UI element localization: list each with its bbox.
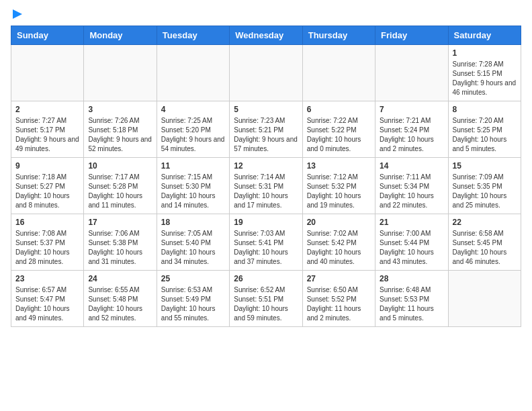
day-info: Sunrise: 7:14 AM Sunset: 5:31 PM Dayligh…: [234, 173, 298, 210]
calendar-day-cell: 23Sunrise: 6:57 AM Sunset: 5:47 PM Dayli…: [11, 271, 84, 327]
day-info: Sunrise: 7:27 AM Sunset: 5:17 PM Dayligh…: [15, 116, 79, 154]
day-number: 28: [380, 274, 443, 283]
calendar-week-row: 23Sunrise: 6:57 AM Sunset: 5:47 PM Dayli…: [11, 271, 521, 327]
day-info: Sunrise: 6:53 AM Sunset: 5:49 PM Dayligh…: [161, 285, 225, 323]
calendar-day-cell: 2Sunrise: 7:27 AM Sunset: 5:17 PM Daylig…: [11, 101, 84, 158]
calendar-day-cell: 1Sunrise: 7:28 AM Sunset: 5:15 PM Daylig…: [448, 45, 521, 101]
day-number: 26: [234, 274, 298, 283]
day-info: Sunrise: 7:28 AM Sunset: 5:15 PM Dayligh…: [453, 60, 517, 97]
calendar-day-cell: 25Sunrise: 6:53 AM Sunset: 5:49 PM Dayli…: [157, 271, 229, 327]
calendar-day-cell: 14Sunrise: 7:11 AM Sunset: 5:34 PM Dayli…: [375, 158, 448, 214]
weekday-header-saturday: Saturday: [448, 26, 521, 45]
calendar-day-cell: [375, 45, 448, 101]
calendar-day-cell: 7Sunrise: 7:21 AM Sunset: 5:24 PM Daylig…: [375, 101, 448, 158]
day-info: Sunrise: 7:25 AM Sunset: 5:20 PM Dayligh…: [161, 116, 225, 154]
calendar-day-cell: 3Sunrise: 7:26 AM Sunset: 5:18 PM Daylig…: [84, 101, 157, 158]
day-number: 14: [380, 161, 443, 171]
day-info: Sunrise: 7:05 AM Sunset: 5:40 PM Dayligh…: [161, 229, 225, 267]
day-info: Sunrise: 7:21 AM Sunset: 5:24 PM Dayligh…: [380, 116, 443, 154]
day-info: Sunrise: 7:18 AM Sunset: 5:27 PM Dayligh…: [15, 173, 79, 210]
day-number: 15: [453, 161, 517, 171]
day-info: Sunrise: 6:50 AM Sunset: 5:52 PM Dayligh…: [307, 285, 371, 323]
logo-arrow-icon: [11, 8, 24, 20]
day-number: 10: [88, 161, 152, 171]
day-info: Sunrise: 7:11 AM Sunset: 5:34 PM Dayligh…: [380, 173, 443, 210]
day-number: 23: [15, 274, 79, 283]
day-number: 25: [161, 274, 225, 283]
logo: [11, 11, 24, 17]
calendar-day-cell: 10Sunrise: 7:17 AM Sunset: 5:28 PM Dayli…: [84, 158, 157, 214]
day-info: Sunrise: 7:17 AM Sunset: 5:28 PM Dayligh…: [88, 173, 152, 210]
day-info: Sunrise: 7:12 AM Sunset: 5:32 PM Dayligh…: [307, 173, 371, 210]
page-header: [11, 11, 521, 17]
day-info: Sunrise: 7:26 AM Sunset: 5:18 PM Dayligh…: [88, 116, 152, 154]
day-number: 7: [380, 105, 443, 114]
day-number: 8: [453, 105, 517, 114]
day-info: Sunrise: 7:08 AM Sunset: 5:37 PM Dayligh…: [15, 229, 79, 267]
calendar-day-cell: 15Sunrise: 7:09 AM Sunset: 5:35 PM Dayli…: [448, 158, 521, 214]
calendar-header-row: SundayMondayTuesdayWednesdayThursdayFrid…: [11, 26, 521, 45]
calendar-day-cell: [230, 45, 302, 101]
calendar-day-cell: 19Sunrise: 7:03 AM Sunset: 5:41 PM Dayli…: [230, 214, 302, 271]
day-info: Sunrise: 7:22 AM Sunset: 5:22 PM Dayligh…: [307, 116, 371, 154]
calendar-day-cell: 13Sunrise: 7:12 AM Sunset: 5:32 PM Dayli…: [302, 158, 375, 214]
day-info: Sunrise: 7:20 AM Sunset: 5:25 PM Dayligh…: [453, 116, 517, 154]
day-number: 27: [307, 274, 371, 283]
day-info: Sunrise: 6:55 AM Sunset: 5:48 PM Dayligh…: [88, 285, 152, 323]
day-number: 24: [88, 274, 152, 283]
day-number: 12: [234, 161, 298, 171]
day-info: Sunrise: 7:03 AM Sunset: 5:41 PM Dayligh…: [234, 229, 298, 267]
day-number: 21: [380, 218, 443, 227]
day-number: 13: [307, 161, 371, 171]
calendar-day-cell: 21Sunrise: 7:00 AM Sunset: 5:44 PM Dayli…: [375, 214, 448, 271]
calendar-day-cell: 8Sunrise: 7:20 AM Sunset: 5:25 PM Daylig…: [448, 101, 521, 158]
day-info: Sunrise: 6:52 AM Sunset: 5:51 PM Dayligh…: [234, 285, 298, 323]
day-info: Sunrise: 7:00 AM Sunset: 5:44 PM Dayligh…: [380, 229, 443, 267]
calendar-day-cell: [84, 45, 157, 101]
calendar-day-cell: 22Sunrise: 6:58 AM Sunset: 5:45 PM Dayli…: [448, 214, 521, 271]
weekday-header-thursday: Thursday: [302, 26, 375, 45]
calendar-day-cell: 5Sunrise: 7:23 AM Sunset: 5:21 PM Daylig…: [230, 101, 302, 158]
day-number: 5: [234, 105, 298, 114]
calendar-day-cell: [11, 45, 84, 101]
calendar-day-cell: 24Sunrise: 6:55 AM Sunset: 5:48 PM Dayli…: [84, 271, 157, 327]
day-number: 1: [453, 48, 517, 58]
calendar-week-row: 2Sunrise: 7:27 AM Sunset: 5:17 PM Daylig…: [11, 101, 521, 158]
day-info: Sunrise: 7:02 AM Sunset: 5:42 PM Dayligh…: [307, 229, 371, 267]
calendar-day-cell: 18Sunrise: 7:05 AM Sunset: 5:40 PM Dayli…: [157, 214, 229, 271]
day-info: Sunrise: 7:15 AM Sunset: 5:30 PM Dayligh…: [161, 173, 225, 210]
calendar-week-row: 16Sunrise: 7:08 AM Sunset: 5:37 PM Dayli…: [11, 214, 521, 271]
svg-marker-0: [13, 9, 22, 19]
calendar-day-cell: [302, 45, 375, 101]
calendar-day-cell: 26Sunrise: 6:52 AM Sunset: 5:51 PM Dayli…: [230, 271, 302, 327]
calendar-day-cell: 28Sunrise: 6:48 AM Sunset: 5:53 PM Dayli…: [375, 271, 448, 327]
calendar-day-cell: 6Sunrise: 7:22 AM Sunset: 5:22 PM Daylig…: [302, 101, 375, 158]
weekday-header-tuesday: Tuesday: [157, 26, 229, 45]
day-number: 20: [307, 218, 371, 227]
calendar-week-row: 9Sunrise: 7:18 AM Sunset: 5:27 PM Daylig…: [11, 158, 521, 214]
day-number: 22: [453, 218, 517, 227]
day-info: Sunrise: 7:23 AM Sunset: 5:21 PM Dayligh…: [234, 116, 298, 154]
day-number: 9: [15, 161, 79, 171]
calendar-day-cell: [157, 45, 229, 101]
weekday-header-monday: Monday: [84, 26, 157, 45]
calendar-day-cell: 17Sunrise: 7:06 AM Sunset: 5:38 PM Dayli…: [84, 214, 157, 271]
day-number: 19: [234, 218, 298, 227]
weekday-header-friday: Friday: [375, 26, 448, 45]
day-info: Sunrise: 7:06 AM Sunset: 5:38 PM Dayligh…: [88, 229, 152, 267]
day-info: Sunrise: 6:48 AM Sunset: 5:53 PM Dayligh…: [380, 285, 443, 323]
day-number: 11: [161, 161, 225, 171]
weekday-header-wednesday: Wednesday: [230, 26, 302, 45]
day-number: 6: [307, 105, 371, 114]
calendar-day-cell: [448, 271, 521, 327]
calendar-day-cell: 20Sunrise: 7:02 AM Sunset: 5:42 PM Dayli…: [302, 214, 375, 271]
calendar-day-cell: 27Sunrise: 6:50 AM Sunset: 5:52 PM Dayli…: [302, 271, 375, 327]
day-info: Sunrise: 7:09 AM Sunset: 5:35 PM Dayligh…: [453, 173, 517, 210]
calendar-day-cell: 12Sunrise: 7:14 AM Sunset: 5:31 PM Dayli…: [230, 158, 302, 214]
day-number: 3: [88, 105, 152, 114]
day-number: 2: [15, 105, 79, 114]
calendar-day-cell: 9Sunrise: 7:18 AM Sunset: 5:27 PM Daylig…: [11, 158, 84, 214]
weekday-header-sunday: Sunday: [11, 26, 84, 45]
day-info: Sunrise: 6:58 AM Sunset: 5:45 PM Dayligh…: [453, 229, 517, 267]
day-number: 17: [88, 218, 152, 227]
